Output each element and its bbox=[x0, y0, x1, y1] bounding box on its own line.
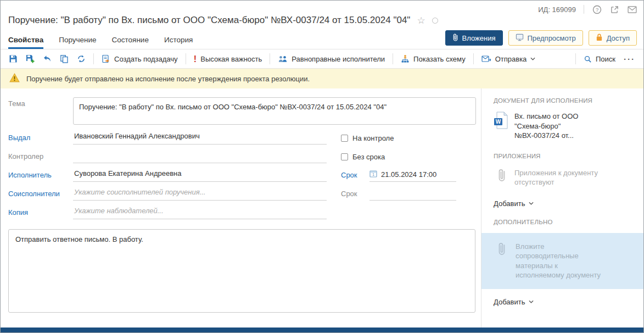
send-button[interactable]: Отправка bbox=[479, 53, 539, 65]
attachments-section-title: ПРИЛОЖЕНИЯ bbox=[494, 153, 635, 159]
chevron-down-icon bbox=[530, 57, 535, 60]
issued-by-label: Выдал bbox=[8, 134, 73, 145]
toolbar-separator bbox=[186, 53, 186, 64]
refresh-button[interactable] bbox=[74, 52, 88, 65]
word-document-icon: W bbox=[494, 112, 508, 141]
coperformers-input[interactable]: Укажите соисполнителей поручения... bbox=[73, 188, 327, 201]
additional-add-label: Добавить bbox=[494, 298, 525, 306]
high-importance-label: Высокая важность bbox=[200, 55, 262, 63]
controller-row: Контролер Без срока bbox=[8, 151, 481, 163]
copy-row: Копия Укажите наблюдателей... bbox=[8, 207, 481, 219]
help-icon[interactable]: ? bbox=[592, 4, 602, 14]
attachments-empty-state: Приложения к документу отсутствуют bbox=[494, 168, 635, 187]
issued-by-row: Выдал Ивановский Геннадий Александрович … bbox=[8, 132, 481, 145]
more-actions-button[interactable]: ··· bbox=[621, 52, 638, 66]
document-for-execution-item[interactable]: W Вх. письмо от ООО "Схема-бюро" №ВХ-003… bbox=[494, 112, 635, 141]
subject-row: Тема Поручение: "В работу" по Вх. письмо… bbox=[8, 97, 481, 125]
equal-performers-label: Равноправные исполнители bbox=[292, 55, 385, 63]
equal-performers-button[interactable]: Равноправные исполнители bbox=[275, 53, 388, 65]
no-deadline-label: Без срока bbox=[352, 153, 385, 163]
access-button-label: Доступ bbox=[607, 34, 630, 42]
search-label: Поиск bbox=[596, 55, 615, 63]
preview-button-label: Предпросмотр bbox=[528, 34, 576, 42]
attachments-empty-text: Приложения к документу отсутствуют bbox=[514, 168, 608, 187]
paperclip-icon bbox=[452, 33, 458, 43]
preview-icon bbox=[516, 33, 524, 43]
meta-row: ИД: 169099 ? bbox=[8, 4, 637, 15]
deadline2-label: Срок bbox=[341, 190, 365, 201]
on-control-checkbox[interactable] bbox=[341, 135, 348, 142]
tabs: Свойства Поручение Состояние История bbox=[8, 36, 193, 49]
chevron-down-icon bbox=[529, 202, 534, 205]
undo-icon[interactable] bbox=[40, 53, 54, 65]
exclamation-icon: ! bbox=[194, 54, 197, 64]
document-section-title: ДОКУМЕНТ ДЛЯ ИСПОЛНЕНИЯ bbox=[494, 97, 635, 104]
tab-state[interactable]: Состояние bbox=[112, 36, 149, 49]
create-subtask-button[interactable]: Создать подзадачу bbox=[99, 52, 181, 65]
deadline-value: 21.05.2024 17:00 bbox=[381, 170, 436, 179]
mail-icon[interactable] bbox=[627, 4, 637, 14]
attachments-add-button[interactable]: Добавить bbox=[494, 199, 635, 208]
favorite-star-icon[interactable]: ☆ bbox=[417, 16, 425, 25]
attachments-add-label: Добавить bbox=[494, 199, 525, 208]
preview-button[interactable]: Предпросмотр bbox=[508, 30, 583, 46]
lock-icon bbox=[596, 33, 603, 43]
svg-text:W: W bbox=[496, 119, 501, 125]
tabs-row: Свойства Поручение Состояние История Вло… bbox=[1, 26, 643, 49]
high-importance-button[interactable]: ! Высокая важность bbox=[191, 52, 265, 66]
calendar-icon[interactable]: 1 bbox=[369, 170, 377, 179]
warning-banner: Поручение будет отправлено на исполнение… bbox=[1, 69, 643, 88]
save-and-add-button[interactable] bbox=[23, 52, 37, 65]
save-button[interactable] bbox=[6, 52, 20, 65]
create-subtask-label: Создать подзадачу bbox=[114, 55, 178, 63]
controller-input[interactable] bbox=[73, 151, 327, 163]
coperformers-label: Соисполнители bbox=[8, 190, 73, 201]
copy-input[interactable]: Укажите наблюдателей... bbox=[73, 207, 327, 219]
copy-button[interactable] bbox=[57, 52, 71, 65]
no-deadline-checkbox[interactable] bbox=[341, 153, 348, 160]
svg-text:?: ? bbox=[595, 6, 598, 12]
tab-actions: Вложения Предпросмотр Доступ bbox=[445, 30, 637, 49]
additional-section-title: ДОПОЛНИТЕЛЬНО bbox=[494, 219, 635, 225]
performer-label: Исполнитель bbox=[8, 171, 73, 182]
open-in-new-icon[interactable] bbox=[609, 4, 619, 14]
document-title[interactable]: Вх. письмо от ООО "Схема-бюро" №ВХ-0037/… bbox=[514, 112, 602, 141]
note-input[interactable]: Отправить ответное письмо. В работу. bbox=[8, 229, 475, 313]
tab-assignment[interactable]: Поручение bbox=[59, 36, 96, 49]
content: Тема Поручение: "В работу" по Вх. письмо… bbox=[1, 88, 643, 328]
no-deadline-group: Без срока bbox=[341, 153, 385, 163]
show-scheme-label: Показать схему bbox=[413, 55, 466, 63]
toolbar-separator bbox=[393, 53, 393, 64]
issued-by-input[interactable]: Ивановский Геннадий Александрович bbox=[73, 132, 327, 145]
svg-text:1: 1 bbox=[372, 173, 374, 176]
bottom-bar bbox=[1, 328, 643, 332]
toolbar: Создать подзадачу ! Высокая важность Рав… bbox=[1, 49, 643, 69]
assignment-form: Тема Поручение: "В работу" по Вх. письмо… bbox=[1, 88, 481, 328]
page-title: Поручение: "В работу" по Вх. письмо от О… bbox=[8, 15, 410, 26]
warning-icon bbox=[9, 73, 20, 84]
title-row: Поручение: "В работу" по Вх. письмо от О… bbox=[8, 15, 637, 26]
performer-row: Исполнитель Суворова Екатерина Андреевна… bbox=[8, 169, 481, 182]
performer-input[interactable]: Суворова Екатерина Андреевна bbox=[73, 169, 327, 182]
subject-label: Тема bbox=[8, 97, 73, 110]
chevron-down-icon bbox=[529, 300, 534, 303]
subject-input[interactable]: Поручение: "В работу" по Вх. письмо от О… bbox=[73, 97, 476, 125]
tab-properties[interactable]: Свойства bbox=[8, 36, 43, 49]
search-button[interactable]: Поиск bbox=[581, 53, 618, 65]
status-circle-icon[interactable] bbox=[432, 18, 438, 24]
attachments-button-label: Вложения bbox=[462, 34, 496, 42]
attachments-button[interactable]: Вложения bbox=[445, 30, 503, 46]
additional-dropzone[interactable]: Вложите сопроводительные материалы к исп… bbox=[481, 233, 643, 289]
vertical-divider bbox=[584, 5, 584, 14]
tab-history[interactable]: История bbox=[164, 36, 193, 49]
deadline-input[interactable]: 1 21.05.2024 17:00 bbox=[369, 170, 456, 182]
titlebar: ИД: 169099 ? Поручение: "В работу" по Вх… bbox=[1, 1, 643, 26]
show-scheme-button[interactable]: Показать схему bbox=[398, 52, 468, 65]
deadline2-input[interactable] bbox=[369, 188, 456, 201]
toolbar-separator bbox=[93, 53, 94, 64]
access-button[interactable]: Доступ bbox=[589, 30, 637, 46]
on-control-group: На контроле bbox=[341, 134, 394, 145]
additional-add-button[interactable]: Добавить bbox=[494, 298, 635, 306]
warning-text: Поручение будет отправлено на исполнение… bbox=[26, 75, 310, 83]
deadline-group: Срок 1 21.05.2024 17:00 bbox=[341, 170, 456, 182]
